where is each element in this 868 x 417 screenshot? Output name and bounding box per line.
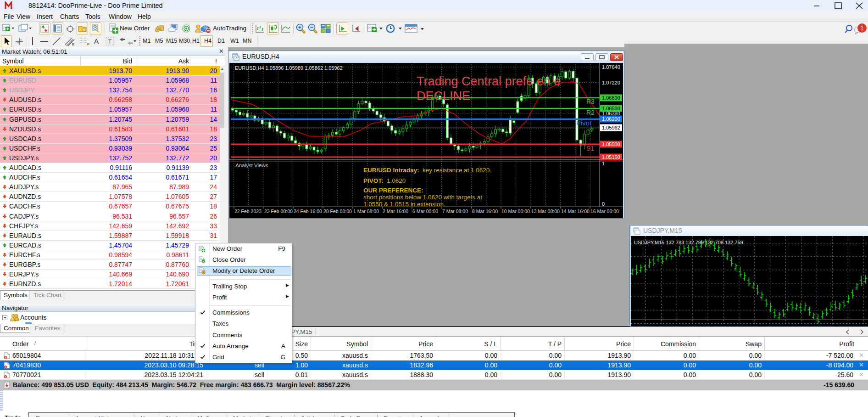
svg-text:16 Mar 00:00: 16 Mar 00:00 (590, 208, 619, 214)
svg-text:1.06800: 1.06800 (602, 95, 620, 101)
svg-text:28 Feb 00:00: 28 Feb 00:00 (323, 208, 352, 214)
svg-text:1.06500: 1.06500 (602, 106, 620, 111)
svg-text:S1: S1 (586, 145, 594, 152)
svg-text:Trading Central prefe en e: Trading Central prefe en e (417, 74, 561, 88)
svg-text:1.07220: 1.07220 (602, 80, 620, 85)
svg-text:24 Feb 16:00: 24 Feb 16:00 (294, 208, 322, 214)
svg-text:1: 1 (602, 161, 605, 166)
svg-text:1.06200: 1.06200 (602, 116, 620, 122)
svg-text:USDJPY,M15 132.783 132.799 13: USDJPY,M15 132.783 132.799 132.708 132.7… (634, 240, 743, 245)
svg-text:Pivot: Pivot (576, 119, 592, 127)
svg-text:0: 0 (602, 201, 605, 207)
svg-text:T: T (108, 39, 112, 45)
svg-text:13 Mar 08:00: 13 Mar 08:00 (531, 208, 560, 214)
svg-text:.Analyst Views: .Analyst Views (234, 163, 268, 168)
svg-text:1.05500: 1.05500 (602, 141, 620, 147)
svg-text:R2: R2 (586, 109, 595, 116)
svg-text:F: F (87, 42, 89, 46)
svg-text:7 Mar 08:00: 7 Mar 08:00 (442, 208, 468, 214)
svg-text:10 Mar 00:00: 10 Mar 00:00 (501, 208, 530, 214)
svg-text:1: 1 (860, 24, 864, 32)
svg-text:22 Feb 2023: 22 Feb 2023 (234, 208, 262, 214)
svg-text:R3: R3 (586, 98, 595, 105)
svg-text:DECLINE: DECLINE (417, 89, 470, 103)
svg-text:2 Mar 16:00: 2 Mar 16:00 (383, 208, 408, 214)
svg-text:1.07640: 1.07640 (602, 64, 620, 70)
svg-text:14 Mar 16:00: 14 Mar 16:00 (561, 208, 590, 214)
svg-text:6 Mar 00:00: 6 Mar 00:00 (412, 208, 438, 214)
svg-text:OUR PREFERENCE:: OUR PREFERENCE: (363, 187, 423, 194)
svg-text:23 Feb 08:00: 23 Feb 08:00 (264, 208, 293, 214)
svg-text:8 Mar 16:00: 8 Mar 16:00 (472, 208, 498, 214)
svg-text:E: E (72, 42, 74, 46)
svg-text:1 Mar 08:00: 1 Mar 08:00 (353, 208, 379, 214)
svg-text:short positions below 1.0620 w: short positions below 1.0620 with target… (363, 194, 482, 201)
svg-text:PIVOT: 1.0620: PIVOT: 1.0620 (363, 177, 406, 184)
svg-text:1.05150: 1.05150 (602, 154, 620, 160)
svg-text:1.05962: 1.05962 (602, 125, 620, 130)
svg-text:EURUSD,H4 1.05896 1.05989 1.0: EURUSD,H4 1.05896 1.05989 1.05862 1.0596… (235, 65, 343, 71)
svg-text:EUR/USD Intraday: key resista: EUR/USD Intraday: key resistance at 1.06… (363, 167, 491, 174)
